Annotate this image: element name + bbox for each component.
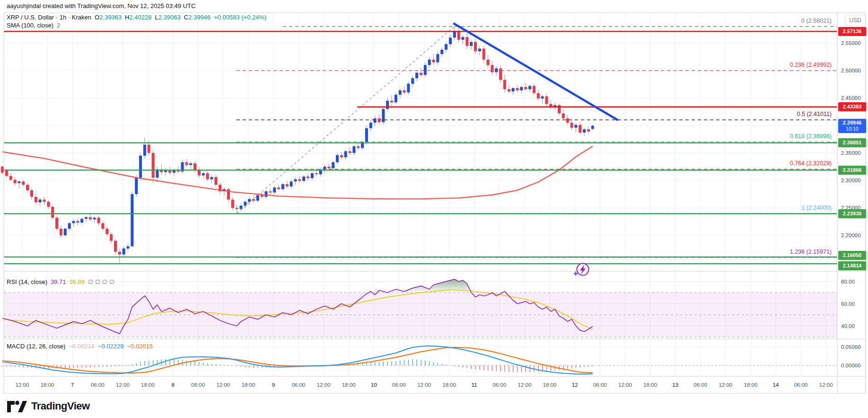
svg-text:2.20000: 2.20000 <box>841 232 861 238</box>
svg-text:06:00: 06:00 <box>191 382 205 388</box>
sma-label: SMA (100, close) <box>7 22 53 29</box>
macd-indicator-layer <box>2 346 593 374</box>
svg-text:0.5 (2.41011): 0.5 (2.41011) <box>797 111 832 117</box>
macd-signal-value: −0.02015 <box>127 343 153 350</box>
tradingview-logo-icon <box>7 399 27 414</box>
svg-text:7: 7 <box>71 382 74 388</box>
svg-text:2.45000: 2.45000 <box>841 95 861 101</box>
svg-text:06:00: 06:00 <box>91 382 105 388</box>
svg-text:11: 11 <box>472 382 477 388</box>
ohlc-low: L2.39063 <box>155 14 180 21</box>
svg-text:18:00: 18:00 <box>242 382 255 388</box>
svg-text:80.00: 80.00 <box>841 279 855 285</box>
svg-text:18:00: 18:00 <box>342 382 356 388</box>
descending-trendline <box>454 24 617 120</box>
svg-text:2.50000: 2.50000 <box>841 68 861 73</box>
svg-text:1.236 (2.15971): 1.236 (2.15971) <box>790 249 832 255</box>
price-badge: 2.43383 <box>838 102 866 111</box>
svg-text:12:00: 12:00 <box>116 382 130 388</box>
tradingview-brand-text: TradingView <box>31 400 90 412</box>
svg-text:12:00: 12:00 <box>518 382 532 388</box>
svg-text:60.00: 60.00 <box>841 301 855 307</box>
price-change: +0.00583 (+0.24%) <box>214 14 266 21</box>
svg-text:06:00: 06:00 <box>392 382 406 388</box>
symbol-legend-row[interactable]: XRP / U.S. Dollar · 1h · Kraken O2.39363… <box>7 14 266 21</box>
svg-text:0.05000: 0.05000 <box>841 344 861 350</box>
svg-text:06:00: 06:00 <box>693 382 707 388</box>
svg-text:14: 14 <box>773 382 779 388</box>
support-resistance-layer <box>4 31 837 264</box>
price-badge: 2.31866 <box>838 166 866 175</box>
svg-text:0.764 (2.32029): 0.764 (2.32029) <box>790 160 832 167</box>
rsi-empty-slots: ∅ ∅ ∅ ∅ <box>88 278 114 285</box>
rsi-ma-value: 36.89 <box>70 278 85 285</box>
macd-hist-value: −0.00214 <box>69 343 95 350</box>
svg-text:12:00: 12:00 <box>618 382 632 388</box>
svg-text:2.35000: 2.35000 <box>841 150 861 156</box>
svg-text:12:00: 12:00 <box>216 382 230 388</box>
rsi-value: 39.71 <box>51 278 66 285</box>
macd-legend-row[interactable]: MACD (12, 26, close) −0.00214 −0.02229 −… <box>7 343 153 350</box>
ohlc-close: C2.39946 <box>184 14 210 21</box>
svg-text:12:00: 12:00 <box>317 382 331 388</box>
rsi-band-layer <box>4 293 837 365</box>
chart-canvas[interactable]: 0 (2.58021)0.236 (2.49992)0.5 (2.41011)0… <box>0 0 868 418</box>
svg-text:12:00: 12:00 <box>16 382 29 388</box>
sma-line <box>2 146 593 199</box>
svg-text:40.00: 40.00 <box>841 323 855 329</box>
svg-text:18:00: 18:00 <box>744 382 758 388</box>
flash-refresh-icon[interactable] <box>573 264 589 277</box>
price-badge: 2.36851 <box>838 138 866 147</box>
currency-axis-button[interactable]: USD <box>845 15 866 26</box>
macd-label: MACD (12, 26, close) <box>7 343 65 350</box>
rsi-label: RSI (14, close) <box>7 278 47 285</box>
svg-text:10: 10 <box>371 382 377 388</box>
svg-text:12:00: 12:00 <box>719 382 732 388</box>
ohlc-high: H2.40228 <box>125 14 151 21</box>
svg-text:06:00: 06:00 <box>493 382 507 388</box>
svg-text:1 (2.24000): 1 (2.24000) <box>801 205 832 211</box>
svg-text:18:00: 18:00 <box>41 382 54 388</box>
svg-text:06:00: 06:00 <box>593 382 607 388</box>
svg-text:06:00: 06:00 <box>794 382 808 388</box>
price-badge: 2.14814 <box>838 261 866 270</box>
macd-line-value: −0.02229 <box>98 343 124 350</box>
price-badge: 2.57136 <box>838 27 866 36</box>
svg-text:12:00: 12:00 <box>417 382 431 388</box>
ohlc-open: O2.39363 <box>95 14 122 21</box>
svg-text:0.236 (2.49992): 0.236 (2.49992) <box>790 62 832 68</box>
svg-text:12:00: 12:00 <box>819 382 833 388</box>
symbol-title: XRP / U.S. Dollar · 1h · Kraken <box>7 14 91 21</box>
price-badge: 2.23930 <box>838 209 866 218</box>
fibonacci-layer: 0 (2.58021)0.236 (2.49992)0.5 (2.41011)0… <box>237 18 837 258</box>
rsi-legend-row[interactable]: RSI (14, close) 39.71 36.89 ∅ ∅ ∅ ∅ <box>7 278 114 285</box>
sma-value: 2 <box>57 22 60 29</box>
sma-legend-row[interactable]: SMA (100, close) 2 <box>7 22 60 29</box>
svg-text:9: 9 <box>272 382 275 388</box>
price-badge: 2.3994610:10 <box>838 119 866 133</box>
svg-text:0.00000: 0.00000 <box>841 363 861 368</box>
svg-text:18:00: 18:00 <box>643 382 657 388</box>
svg-text:18:00: 18:00 <box>442 382 456 388</box>
footer-logo[interactable]: TradingView <box>7 399 90 414</box>
tradingview-chart-page: aayushjindal created with TradingView.co… <box>0 0 868 418</box>
price-badge: 2.16050 <box>838 251 866 260</box>
svg-text:12: 12 <box>572 382 578 388</box>
svg-text:0 (2.58021): 0 (2.58021) <box>801 18 832 24</box>
svg-text:06:00: 06:00 <box>292 382 306 388</box>
candles-layer <box>1 27 594 264</box>
svg-text:0.618 (2.36996): 0.618 (2.36996) <box>790 133 832 140</box>
svg-text:18:00: 18:00 <box>141 382 155 388</box>
svg-text:2.55000: 2.55000 <box>841 40 861 46</box>
svg-text:18:00: 18:00 <box>543 382 557 388</box>
svg-text:8: 8 <box>171 382 174 388</box>
svg-text:2.30000: 2.30000 <box>841 178 861 183</box>
svg-text:13: 13 <box>672 382 678 388</box>
